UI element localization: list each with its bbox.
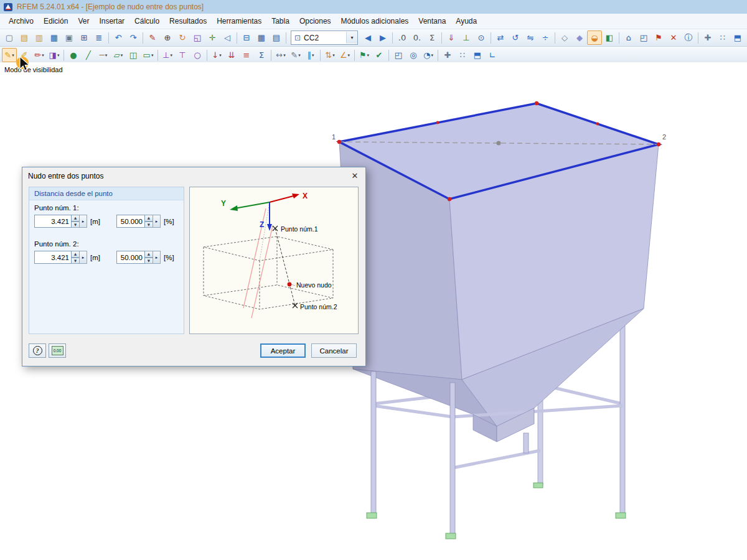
table-view-icon[interactable]: ▦ bbox=[254, 30, 269, 45]
load-case-combo[interactable]: ⊡ CC2 ▾ bbox=[291, 30, 358, 45]
spin-up-icon[interactable]: ▲ bbox=[72, 251, 80, 258]
line-support-icon[interactable]: ⊤ bbox=[175, 48, 190, 62]
isometric-view-icon[interactable]: ⌂ bbox=[621, 30, 636, 45]
dialog-titlebar[interactable]: Nudo entre dos puntos bbox=[22, 167, 365, 184]
guideline-icon[interactable]: ∥ ▾ bbox=[303, 48, 318, 62]
combo-dropdown-icon[interactable]: ▾ bbox=[346, 32, 357, 44]
view-in-x-icon[interactable]: ◰ bbox=[636, 30, 651, 45]
comment-tool-icon[interactable]: ✎ ▾ bbox=[288, 48, 303, 62]
spin-down-icon[interactable]: ▼ bbox=[145, 222, 153, 228]
corner-node[interactable] bbox=[657, 142, 660, 146]
new-node-preview-dot[interactable] bbox=[497, 141, 501, 146]
edge-node[interactable] bbox=[436, 121, 439, 124]
point1-distance-options-icon[interactable]: ▸ bbox=[80, 215, 87, 228]
units-icon[interactable]: Σ bbox=[425, 30, 439, 45]
check-model-icon[interactable]: ✔ bbox=[372, 48, 387, 62]
undo-icon[interactable]: ↶ bbox=[111, 30, 126, 45]
silo-left-leg[interactable] bbox=[371, 371, 376, 513]
point1-percent-options-icon[interactable]: ▸ bbox=[153, 215, 161, 228]
point1-percent-spinner[interactable]: ▲ ▼ bbox=[145, 215, 153, 228]
clipping-plane-icon[interactable]: ◧ bbox=[602, 30, 617, 45]
open-project-icon[interactable]: ▥ bbox=[32, 30, 47, 45]
silo-right-foot[interactable] bbox=[616, 513, 626, 518]
show-supports-icon[interactable]: ⊥ bbox=[459, 30, 474, 45]
table-settings-icon[interactable]: ▤ bbox=[269, 30, 284, 45]
menu-ventana[interactable]: Ventana bbox=[413, 14, 451, 28]
silo-outlet-post[interactable] bbox=[524, 433, 529, 453]
silo-front-foot[interactable] bbox=[446, 533, 456, 539]
point1-distance-spinner[interactable]: ▲ ▼ bbox=[72, 215, 80, 228]
move-copy-icon[interactable]: ⇄ bbox=[493, 30, 508, 45]
point2-distance-spinner[interactable]: ▲ ▼ bbox=[72, 251, 80, 264]
rotate-view-icon[interactable]: ↻ bbox=[175, 30, 190, 45]
new-line-icon[interactable]: ╱ bbox=[81, 48, 96, 62]
calculator-button[interactable]: 0.00 bbox=[49, 343, 66, 358]
new-file-icon[interactable]: ▢ bbox=[2, 30, 17, 45]
info-icon[interactable]: ⓘ bbox=[681, 30, 696, 45]
rotate-objects-icon[interactable]: ↺ bbox=[508, 30, 523, 45]
menu-archivo[interactable]: Archivo bbox=[4, 14, 39, 28]
zoom-in-icon[interactable]: ⊕ bbox=[160, 30, 175, 45]
flag-icon[interactable]: ⚑ bbox=[651, 30, 666, 45]
point2-percent-options-icon[interactable]: ▸ bbox=[153, 251, 161, 264]
print-icon[interactable]: ▣ bbox=[62, 30, 77, 45]
visibility-by-window-icon[interactable]: ✐ bbox=[17, 48, 32, 62]
menu-herramientas[interactable]: Herramientas bbox=[212, 14, 266, 28]
decimal-decrease-icon[interactable]: 0. bbox=[410, 30, 425, 45]
save-icon[interactable]: ▦ bbox=[47, 30, 62, 45]
point2-percent-spinner[interactable]: ▲ ▼ bbox=[145, 251, 153, 264]
zoom-window-icon[interactable]: ◱ bbox=[190, 30, 205, 45]
menu-edicion[interactable]: Edición bbox=[39, 14, 73, 28]
generate-model-icon[interactable]: ⚑ ▾ bbox=[357, 48, 372, 62]
printout-report-icon[interactable]: ≣ bbox=[92, 30, 106, 45]
menu-insertar[interactable]: Insertar bbox=[94, 14, 129, 28]
member-load-icon[interactable]: ⇊ bbox=[224, 48, 239, 62]
new-surface-icon[interactable]: ▱ ▾ bbox=[111, 48, 126, 62]
render-mode-icon[interactable]: ◔ ▾ bbox=[421, 48, 436, 62]
show-numbering-icon[interactable]: ⊙ bbox=[474, 30, 489, 45]
mirror-objects-icon[interactable]: ⇋ bbox=[523, 30, 538, 45]
accept-button[interactable]: Aceptar bbox=[260, 343, 306, 358]
coordinate-system-icon[interactable]: ∟ bbox=[485, 48, 500, 62]
silo-front-leg[interactable] bbox=[450, 383, 455, 534]
nodal-support-icon[interactable]: ⊥ ▾ bbox=[160, 48, 175, 62]
previous-view-icon[interactable]: ◁ bbox=[220, 30, 235, 45]
measure-icon[interactable]: ∠ ▾ bbox=[337, 48, 352, 62]
point2-percent-input[interactable] bbox=[116, 251, 145, 264]
point2-distance-options-icon[interactable]: ▸ bbox=[80, 251, 87, 264]
spin-up-icon[interactable]: ▲ bbox=[145, 251, 153, 258]
partial-view-icon[interactable]: ◨ ▾ bbox=[47, 48, 62, 62]
point1-distance-input[interactable] bbox=[34, 215, 72, 228]
copy-picture-icon[interactable]: ⊞ bbox=[77, 30, 92, 45]
silo-front-brace-left[interactable] bbox=[374, 406, 453, 417]
dimension-icon[interactable]: ↔ ▾ bbox=[273, 48, 288, 62]
new-solid-icon[interactable]: ◫ bbox=[126, 48, 141, 62]
spin-down-icon[interactable]: ▼ bbox=[145, 258, 153, 264]
spin-down-icon[interactable]: ▼ bbox=[72, 222, 80, 228]
new-comment-icon[interactable]: ✎ bbox=[145, 30, 160, 45]
menu-tabla[interactable]: Tabla bbox=[266, 14, 294, 28]
menu-ver[interactable]: Ver bbox=[73, 14, 94, 28]
work-plane-xy-icon[interactable]: ⬒ bbox=[470, 48, 485, 62]
previous-load-case-icon[interactable]: ◀ bbox=[360, 30, 375, 45]
pan-view-icon[interactable]: ✛ bbox=[205, 30, 220, 45]
model-canvas[interactable]: Modo de visibilidad bbox=[0, 62, 747, 560]
spin-down-icon[interactable]: ▼ bbox=[72, 258, 80, 264]
open-file-icon[interactable]: ▤ bbox=[17, 30, 32, 45]
divide-lines-icon[interactable]: ÷ bbox=[538, 30, 553, 45]
grid-icon[interactable]: ∷ bbox=[455, 48, 470, 62]
spin-up-icon[interactable]: ▲ bbox=[72, 215, 80, 222]
silo-right-leg[interactable] bbox=[620, 314, 625, 513]
zoom-extents-icon[interactable]: ◎ bbox=[406, 48, 421, 62]
menu-calculo[interactable]: Cálculo bbox=[129, 14, 164, 28]
work-plane-icon[interactable]: ⬒ bbox=[730, 30, 745, 45]
surface-load-icon[interactable]: ≡ bbox=[239, 48, 254, 62]
renumber-icon[interactable]: ⇅ ▾ bbox=[322, 48, 337, 62]
next-load-case-icon[interactable]: ▶ bbox=[375, 30, 390, 45]
close-icon[interactable]: ✕ bbox=[345, 169, 364, 183]
menu-ayuda[interactable]: Ayuda bbox=[451, 14, 482, 28]
visibility-mode-icon[interactable]: ✎ ▾ bbox=[2, 48, 17, 62]
special-selection-icon[interactable]: ✏ ▾ bbox=[32, 48, 47, 62]
silo-left-foot[interactable] bbox=[367, 513, 377, 518]
spin-up-icon[interactable]: ▲ bbox=[145, 215, 153, 222]
